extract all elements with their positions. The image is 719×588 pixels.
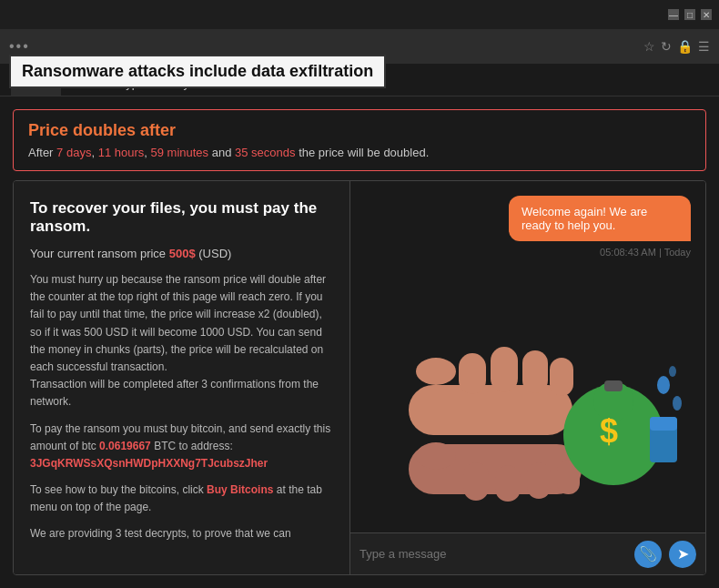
- price-suffix: (USD): [198, 247, 231, 260]
- btc-address: 3JGqKRWSsXQsnHWDpHXXNg7TJcubszJher: [30, 457, 268, 470]
- main-area: To recover your files, you must pay the …: [13, 180, 706, 575]
- left-panel-heading: To recover your files, you must pay the …: [30, 199, 333, 236]
- address-bar-icons: ☆ ↻ 🔒 ☰: [643, 39, 710, 54]
- ransom-price-line: Your current ransom price 500$ (USD): [30, 247, 333, 260]
- svg-rect-4: [522, 350, 548, 393]
- close-button[interactable]: ✕: [701, 9, 712, 20]
- svg-rect-2: [459, 353, 486, 394]
- btc-amount: 0.0619667: [99, 440, 151, 452]
- chat-message-input[interactable]: [360, 547, 627, 561]
- svg-point-7: [416, 442, 456, 470]
- svg-rect-3: [491, 347, 518, 392]
- svg-point-19: [657, 376, 670, 394]
- body3-pre: To see how to buy the bitcoins, click: [30, 483, 204, 496]
- right-panel: Welcome again! We are ready to help you.…: [350, 181, 705, 574]
- buy-bitcoins-link[interactable]: Buy Bitcoins: [207, 483, 277, 496]
- illustration-svg: $: [381, 267, 682, 522]
- svg-rect-8: [463, 462, 489, 501]
- countdown-days: 7 days: [56, 146, 91, 159]
- left-panel: To recover your files, you must pay the …: [14, 181, 350, 574]
- price-doubles-banner: Price doubles after After 7 days, 11 hou…: [13, 109, 706, 171]
- price-countdown: After 7 days, 11 hours, 59 minutes and 3…: [28, 146, 691, 159]
- countdown-suffix: the price will be doubled.: [299, 146, 429, 159]
- chat-messages: Welcome again! We are ready to help you.…: [350, 181, 705, 532]
- ransom-body-2: To pay the ransom you must buy bitcoin, …: [30, 421, 333, 473]
- menu-icon[interactable]: ☰: [698, 39, 710, 54]
- svg-rect-10: [527, 462, 551, 499]
- ransomware-info-banner: Ransomware attacks include data exfiltra…: [9, 55, 386, 88]
- ransom-body-3: To see how to buy the bitcoins, click Bu…: [30, 482, 333, 516]
- countdown-pre: After: [28, 146, 53, 159]
- price-pre: Your current ransom price: [30, 247, 166, 260]
- ransom-body-4: We are providing 3 test decrypts, to pro…: [30, 525, 333, 542]
- left-hand-group: [409, 347, 573, 435]
- ransomware-illustration: $: [372, 258, 691, 531]
- ransom-body-1: You must hurry up because the ransom pri…: [30, 271, 333, 411]
- chat-timestamp: 05:08:43 AM | Today: [600, 247, 691, 258]
- price-doubles-title: Price doubles after: [28, 121, 691, 140]
- menu-dots-icon: •••: [9, 38, 30, 55]
- countdown-seconds: 35 seconds: [235, 146, 296, 159]
- svg-rect-5: [550, 358, 573, 396]
- comma2: ,: [144, 146, 147, 159]
- countdown-minutes: 59 minutes: [151, 146, 209, 159]
- countdown-and: and: [212, 146, 232, 159]
- minimize-button[interactable]: —: [668, 9, 679, 20]
- svg-rect-9: [495, 465, 521, 502]
- comma1: ,: [91, 146, 95, 159]
- star-icon[interactable]: ☆: [643, 39, 655, 54]
- svg-rect-18: [604, 380, 623, 391]
- svg-text:$: $: [600, 412, 618, 450]
- title-bar: — □ ✕: [0, 0, 719, 29]
- svg-rect-0: [409, 385, 572, 435]
- refresh-icon[interactable]: ↻: [661, 39, 672, 54]
- app-content: Chat Test Decrypt Buy Bitcoins About us …: [0, 64, 719, 588]
- lock-icon[interactable]: 🔒: [677, 39, 693, 54]
- countdown-hours: 11 hours: [98, 146, 145, 159]
- right-hand-group: [409, 442, 582, 502]
- svg-point-1: [416, 358, 456, 385]
- svg-rect-23: [650, 417, 677, 431]
- maximize-button[interactable]: □: [684, 9, 695, 20]
- chat-bubble-welcome: Welcome again! We are ready to help you.: [509, 196, 691, 241]
- svg-point-20: [673, 396, 682, 411]
- ransom-price-amount: 500$: [169, 247, 196, 260]
- attach-icon[interactable]: 📎: [634, 541, 662, 568]
- body2-mid: BTC to address:: [154, 440, 233, 452]
- chat-input-area: 📎 ➤: [350, 532, 705, 574]
- send-icon[interactable]: ➤: [669, 541, 696, 568]
- svg-point-21: [669, 366, 676, 377]
